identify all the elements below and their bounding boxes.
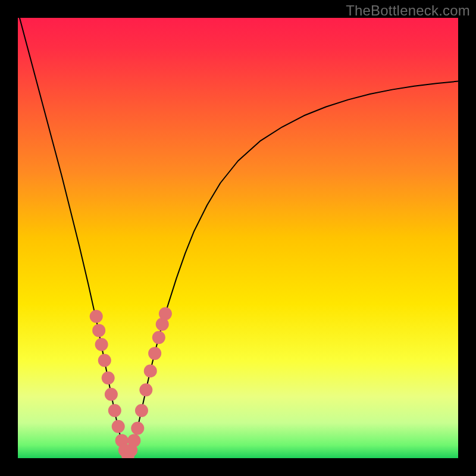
watermark-label: TheBottleneck.com (346, 2, 470, 19)
data-point (148, 347, 161, 360)
data-point (92, 324, 105, 337)
data-point (108, 404, 121, 417)
data-point (144, 364, 157, 377)
data-point (139, 383, 152, 396)
data-point (159, 307, 172, 320)
data-point (112, 420, 125, 433)
chart-frame (18, 18, 458, 458)
data-point (105, 388, 118, 401)
data-point (127, 434, 140, 447)
chart-background (18, 18, 458, 458)
data-point (135, 404, 148, 417)
chart-svg (18, 18, 458, 458)
data-point (95, 338, 108, 351)
chart-plot-area (18, 18, 458, 458)
data-point (90, 310, 103, 323)
data-point (102, 371, 115, 384)
data-point (152, 331, 165, 344)
data-point (131, 422, 144, 435)
data-point (98, 354, 111, 367)
